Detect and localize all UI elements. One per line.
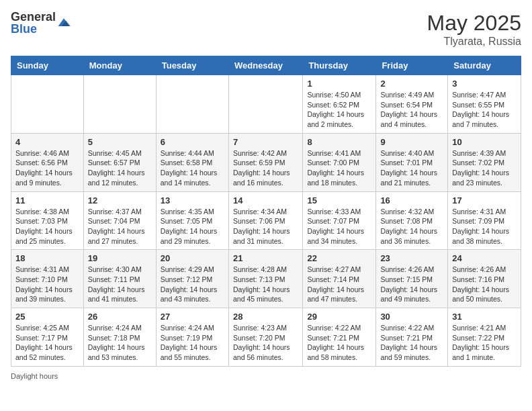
day-info: Sunrise: 4:41 AM Sunset: 7:00 PM Dayligh… [307, 148, 371, 188]
day-number: 24 [452, 253, 517, 263]
logo-general-text: General [11, 11, 56, 23]
calendar-cell: 1Sunrise: 4:50 AM Sunset: 6:52 PM Daylig… [303, 75, 376, 134]
day-info: Sunrise: 4:24 AM Sunset: 7:19 PM Dayligh… [161, 323, 224, 363]
day-number: 8 [307, 137, 371, 147]
calendar-cell: 30Sunrise: 4:22 AM Sunset: 7:21 PM Dayli… [376, 308, 448, 367]
calendar-cell: 13Sunrise: 4:35 AM Sunset: 7:05 PM Dayli… [156, 191, 228, 250]
calendar-week-row: 1Sunrise: 4:50 AM Sunset: 6:52 PM Daylig… [11, 75, 521, 134]
day-number: 9 [380, 137, 443, 147]
calendar-cell: 12Sunrise: 4:37 AM Sunset: 7:04 PM Dayli… [83, 191, 156, 250]
day-number: 28 [233, 312, 298, 322]
day-number: 10 [452, 137, 517, 147]
day-number: 30 [380, 312, 443, 322]
calendar-header-sunday: Sunday [11, 56, 84, 75]
calendar-week-row: 25Sunrise: 4:25 AM Sunset: 7:17 PM Dayli… [11, 308, 521, 367]
footer: Daylight hours [11, 372, 521, 380]
calendar-cell: 5Sunrise: 4:45 AM Sunset: 6:57 PM Daylig… [83, 133, 156, 191]
day-info: Sunrise: 4:46 AM Sunset: 6:56 PM Dayligh… [15, 148, 79, 188]
calendar-header-tuesday: Tuesday [156, 56, 228, 75]
day-number: 4 [15, 137, 79, 147]
calendar-cell: 4Sunrise: 4:46 AM Sunset: 6:56 PM Daylig… [11, 133, 84, 191]
day-info: Sunrise: 4:34 AM Sunset: 7:06 PM Dayligh… [233, 207, 298, 246]
day-info: Sunrise: 4:45 AM Sunset: 6:57 PM Dayligh… [88, 148, 152, 188]
page-header: General Blue May 2025 Tlyarata, Russia [11, 11, 521, 48]
calendar-cell: 14Sunrise: 4:34 AM Sunset: 7:06 PM Dayli… [228, 191, 302, 250]
day-info: Sunrise: 4:25 AM Sunset: 7:17 PM Dayligh… [15, 323, 79, 363]
calendar-cell: 20Sunrise: 4:29 AM Sunset: 7:12 PM Dayli… [156, 250, 228, 308]
logo: General Blue [11, 11, 71, 35]
calendar-header-wednesday: Wednesday [228, 56, 302, 75]
calendar-header-thursday: Thursday [303, 56, 376, 75]
day-number: 21 [233, 253, 298, 263]
day-number: 22 [307, 253, 371, 263]
calendar-cell: 18Sunrise: 4:31 AM Sunset: 7:10 PM Dayli… [11, 250, 84, 308]
calendar-cell: 15Sunrise: 4:33 AM Sunset: 7:07 PM Dayli… [303, 191, 376, 250]
day-number: 2 [380, 79, 443, 89]
calendar-cell: 10Sunrise: 4:39 AM Sunset: 7:02 PM Dayli… [448, 133, 521, 191]
day-number: 14 [233, 195, 298, 205]
calendar-cell: 11Sunrise: 4:38 AM Sunset: 7:03 PM Dayli… [11, 191, 84, 250]
calendar-cell: 22Sunrise: 4:27 AM Sunset: 7:14 PM Dayli… [303, 250, 376, 308]
title-block: May 2025 Tlyarata, Russia [427, 11, 521, 48]
calendar-cell: 21Sunrise: 4:28 AM Sunset: 7:13 PM Dayli… [228, 250, 302, 308]
calendar-cell: 16Sunrise: 4:32 AM Sunset: 7:08 PM Dayli… [376, 191, 448, 250]
day-number: 27 [161, 312, 224, 322]
day-number: 7 [233, 137, 298, 147]
day-info: Sunrise: 4:26 AM Sunset: 7:15 PM Dayligh… [380, 265, 443, 304]
day-number: 19 [88, 253, 152, 263]
calendar-cell: 31Sunrise: 4:21 AM Sunset: 7:22 PM Dayli… [448, 308, 521, 367]
day-number: 5 [88, 137, 152, 147]
calendar-cell: 24Sunrise: 4:26 AM Sunset: 7:16 PM Dayli… [448, 250, 521, 308]
calendar-cell: 17Sunrise: 4:31 AM Sunset: 7:09 PM Dayli… [448, 191, 521, 250]
calendar-cell: 8Sunrise: 4:41 AM Sunset: 7:00 PM Daylig… [303, 133, 376, 191]
day-info: Sunrise: 4:40 AM Sunset: 7:01 PM Dayligh… [380, 148, 443, 188]
calendar-cell: 26Sunrise: 4:24 AM Sunset: 7:18 PM Dayli… [83, 308, 156, 367]
calendar-cell: 25Sunrise: 4:25 AM Sunset: 7:17 PM Dayli… [11, 308, 84, 367]
day-info: Sunrise: 4:37 AM Sunset: 7:04 PM Dayligh… [88, 207, 152, 246]
day-number: 31 [452, 312, 517, 322]
day-info: Sunrise: 4:44 AM Sunset: 6:58 PM Dayligh… [161, 148, 224, 188]
day-number: 12 [88, 195, 152, 205]
day-number: 25 [15, 312, 79, 322]
day-number: 18 [15, 253, 79, 263]
calendar-week-row: 11Sunrise: 4:38 AM Sunset: 7:03 PM Dayli… [11, 191, 521, 250]
day-info: Sunrise: 4:26 AM Sunset: 7:16 PM Dayligh… [452, 265, 517, 304]
day-number: 17 [452, 195, 517, 205]
day-info: Sunrise: 4:27 AM Sunset: 7:14 PM Dayligh… [307, 265, 371, 304]
day-info: Sunrise: 4:38 AM Sunset: 7:03 PM Dayligh… [15, 207, 79, 246]
daylight-label: Daylight hours [11, 372, 58, 380]
day-info: Sunrise: 4:31 AM Sunset: 7:10 PM Dayligh… [15, 265, 79, 304]
day-info: Sunrise: 4:23 AM Sunset: 7:20 PM Dayligh… [233, 323, 298, 363]
day-number: 11 [15, 195, 79, 205]
calendar-cell: 7Sunrise: 4:42 AM Sunset: 6:59 PM Daylig… [228, 133, 302, 191]
calendar-header-row: SundayMondayTuesdayWednesdayThursdayFrid… [11, 56, 521, 75]
calendar-cell: 3Sunrise: 4:47 AM Sunset: 6:55 PM Daylig… [448, 75, 521, 134]
calendar-cell: 6Sunrise: 4:44 AM Sunset: 6:58 PM Daylig… [156, 133, 228, 191]
day-info: Sunrise: 4:21 AM Sunset: 7:22 PM Dayligh… [452, 323, 517, 363]
day-info: Sunrise: 4:28 AM Sunset: 7:13 PM Dayligh… [233, 265, 298, 304]
day-info: Sunrise: 4:49 AM Sunset: 6:54 PM Dayligh… [380, 90, 443, 130]
day-number: 16 [380, 195, 443, 205]
calendar-table: SundayMondayTuesdayWednesdayThursdayFrid… [11, 56, 521, 367]
calendar-cell: 27Sunrise: 4:24 AM Sunset: 7:19 PM Dayli… [156, 308, 228, 367]
calendar-cell: 28Sunrise: 4:23 AM Sunset: 7:20 PM Dayli… [228, 308, 302, 367]
day-number: 3 [452, 79, 517, 89]
day-info: Sunrise: 4:39 AM Sunset: 7:02 PM Dayligh… [452, 148, 517, 188]
day-info: Sunrise: 4:33 AM Sunset: 7:07 PM Dayligh… [307, 207, 371, 246]
day-info: Sunrise: 4:24 AM Sunset: 7:18 PM Dayligh… [88, 323, 152, 363]
day-number: 23 [380, 253, 443, 263]
calendar-header-friday: Friday [376, 56, 448, 75]
day-info: Sunrise: 4:47 AM Sunset: 6:55 PM Dayligh… [452, 90, 517, 130]
calendar-week-row: 18Sunrise: 4:31 AM Sunset: 7:10 PM Dayli… [11, 250, 521, 308]
calendar-cell: 19Sunrise: 4:30 AM Sunset: 7:11 PM Dayli… [83, 250, 156, 308]
location-title: Tlyarata, Russia [427, 36, 521, 48]
day-info: Sunrise: 4:29 AM Sunset: 7:12 PM Dayligh… [161, 265, 224, 304]
day-number: 6 [161, 137, 224, 147]
calendar-cell [156, 75, 228, 134]
day-info: Sunrise: 4:35 AM Sunset: 7:05 PM Dayligh… [161, 207, 224, 246]
day-info: Sunrise: 4:22 AM Sunset: 7:21 PM Dayligh… [307, 323, 371, 363]
day-info: Sunrise: 4:50 AM Sunset: 6:52 PM Dayligh… [307, 90, 371, 130]
day-number: 15 [307, 195, 371, 205]
day-info: Sunrise: 4:30 AM Sunset: 7:11 PM Dayligh… [88, 265, 152, 304]
calendar-week-row: 4Sunrise: 4:46 AM Sunset: 6:56 PM Daylig… [11, 133, 521, 191]
